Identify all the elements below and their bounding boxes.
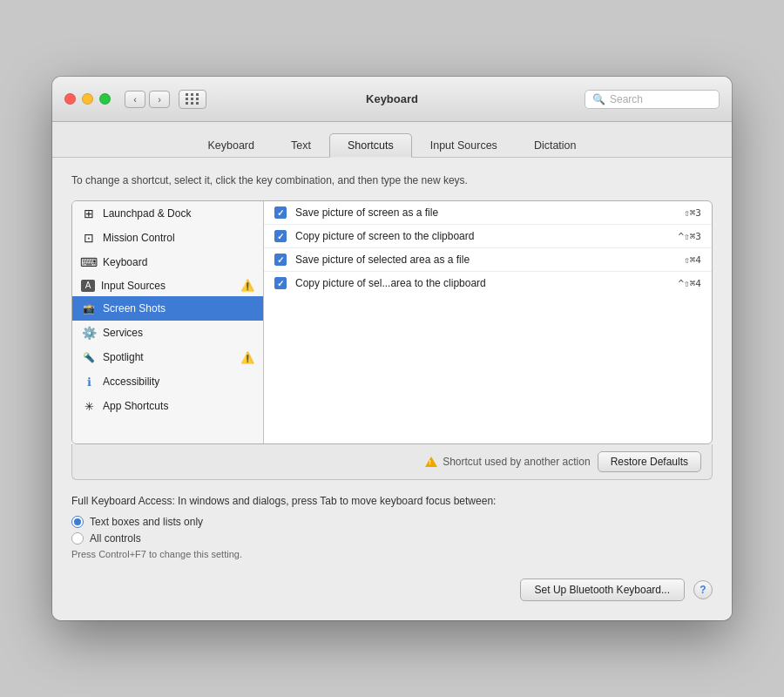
- instruction-text: To change a shortcut, select it, click t…: [71, 173, 713, 188]
- search-icon: 🔍: [592, 93, 605, 105]
- app-shortcuts-icon: ✳: [81, 398, 97, 414]
- grid-icon: [186, 93, 199, 105]
- restore-defaults-button[interactable]: Restore Defaults: [598, 451, 701, 472]
- shortcut-checkbox-2[interactable]: [274, 254, 287, 266]
- radio-all-controls[interactable]: All controls: [71, 532, 713, 545]
- shortcut-label-1: Copy picture of screen to the clipboard: [295, 230, 670, 242]
- sidebar-item-spotlight[interactable]: 🔦 Spotlight ⚠️: [72, 345, 263, 369]
- sidebar-item-label: App Shortcuts: [103, 400, 168, 412]
- traffic-lights: [64, 93, 111, 105]
- tabbar: Keyboard Text Shortcuts Input Sources Di…: [52, 122, 732, 158]
- shortcut-checkbox-1[interactable]: [274, 230, 287, 242]
- shortcut-row-3[interactable]: Copy picture of sel...area to the clipbo…: [264, 272, 712, 294]
- tab-dictation[interactable]: Dictation: [516, 133, 595, 158]
- radio-text-boxes[interactable]: Text boxes and lists only: [71, 516, 713, 528]
- main-panel: ⊞ Launchpad & Dock ⊡ Mission Control ⌨ K…: [71, 200, 713, 444]
- radio-text-boxes-circle[interactable]: [71, 516, 84, 528]
- sidebar-item-launchpad[interactable]: ⊞ Launchpad & Dock: [72, 201, 263, 226]
- shortcut-checkbox-0[interactable]: [274, 206, 287, 219]
- search-input[interactable]: Search: [610, 93, 712, 105]
- sidebar-item-mission-control[interactable]: ⊡ Mission Control: [72, 226, 263, 250]
- fka-section: Full Keyboard Access: In windows and dia…: [71, 494, 713, 559]
- sidebar-item-services[interactable]: ⚙️ Services: [72, 321, 263, 345]
- help-button[interactable]: ?: [693, 580, 713, 599]
- radio-all-controls-label: All controls: [90, 532, 141, 545]
- radio-text-boxes-label: Text boxes and lists only: [90, 516, 203, 528]
- shortcut-label-0: Save picture of screen as a file: [295, 206, 675, 219]
- shortcut-keys-0: ⇧⌘3: [684, 207, 701, 219]
- launchpad-icon: ⊞: [81, 206, 97, 221]
- shortcut-keys-2: ⇧⌘4: [684, 254, 701, 266]
- sidebar-item-label: Input Sources: [101, 280, 166, 292]
- fka-title: Full Keyboard Access: In windows and dia…: [71, 494, 713, 509]
- shortcut-checkbox-3[interactable]: [274, 277, 287, 289]
- titlebar: ‹ › Keyboard 🔍 Search: [52, 77, 732, 122]
- app-grid-button[interactable]: [179, 90, 206, 109]
- services-icon: ⚙️: [81, 325, 97, 341]
- sidebar-item-label: Keyboard: [103, 256, 147, 268]
- sidebar-item-input-sources[interactable]: A Input Sources ⚠️: [72, 274, 263, 296]
- sidebar-item-label: Launchpad & Dock: [103, 207, 191, 220]
- keyboard-preferences-window: ‹ › Keyboard 🔍 Search Keyboard Text Shor…: [52, 77, 732, 620]
- window-title: Keyboard: [366, 92, 418, 105]
- chevron-left-icon: ‹: [133, 94, 137, 105]
- input-sources-icon: A: [81, 280, 95, 292]
- chevron-right-icon: ›: [158, 94, 161, 105]
- sidebar-item-label: Spotlight: [103, 351, 144, 363]
- warning-triangle-icon: [425, 457, 437, 467]
- tab-input-sources[interactable]: Input Sources: [412, 133, 516, 158]
- close-button[interactable]: [64, 93, 76, 105]
- shortcut-label-3: Copy picture of sel...area to the clipbo…: [295, 277, 670, 289]
- shortcut-label-2: Save picture of selected area as a file: [295, 254, 675, 266]
- fka-hint: Press Control+F7 to change this setting.: [71, 549, 713, 559]
- sidebar-item-accessibility[interactable]: ℹ Accessibility: [72, 369, 263, 394]
- tab-shortcuts[interactable]: Shortcuts: [329, 133, 412, 158]
- warning-bar: Shortcut used by another action Restore …: [71, 444, 713, 480]
- nav-buttons: ‹ ›: [125, 91, 170, 108]
- bluetooth-keyboard-button[interactable]: Set Up Bluetooth Keyboard...: [520, 579, 685, 601]
- maximize-button[interactable]: [99, 93, 111, 105]
- sidebar-list: ⊞ Launchpad & Dock ⊡ Mission Control ⌨ K…: [72, 201, 264, 443]
- radio-all-controls-circle[interactable]: [71, 532, 84, 545]
- search-box[interactable]: 🔍 Search: [585, 90, 720, 109]
- sidebar-item-label: Accessibility: [103, 376, 159, 388]
- back-button[interactable]: ‹: [125, 91, 145, 108]
- sidebar-item-screen-shots[interactable]: 📸 Screen Shots: [72, 296, 263, 321]
- sidebar-item-app-shortcuts[interactable]: ✳ App Shortcuts: [72, 394, 263, 418]
- shortcuts-panel: Save picture of screen as a file ⇧⌘3 Cop…: [264, 201, 712, 443]
- shortcut-row-0[interactable]: Save picture of screen as a file ⇧⌘3: [264, 201, 712, 225]
- sidebar-item-label: Services: [103, 327, 143, 339]
- tab-text[interactable]: Text: [273, 133, 329, 158]
- sidebar-item-label: Mission Control: [103, 232, 175, 244]
- sidebar-item-label: Screen Shots: [103, 302, 166, 315]
- sidebar-item-keyboard[interactable]: ⌨ Keyboard: [72, 250, 263, 274]
- shortcut-row-1[interactable]: Copy picture of screen to the clipboard …: [264, 225, 712, 248]
- forward-button[interactable]: ›: [149, 91, 170, 108]
- spotlight-icon: 🔦: [81, 349, 97, 365]
- minimize-button[interactable]: [82, 93, 93, 105]
- warning-icon: ⚠️: [240, 279, 254, 292]
- shortcut-row-2[interactable]: Save picture of selected area as a file …: [264, 248, 712, 272]
- mission-control-icon: ⊡: [81, 230, 97, 246]
- bottom-bar: Set Up Bluetooth Keyboard... ?: [71, 570, 713, 605]
- warning-icon-spotlight: ⚠️: [240, 351, 254, 364]
- keyboard-icon: ⌨: [81, 254, 97, 270]
- screen-shots-icon: 📸: [81, 301, 97, 316]
- warning-message: Shortcut used by another action: [443, 456, 590, 468]
- accessibility-icon: ℹ: [81, 374, 97, 389]
- content-area: To change a shortcut, select it, click t…: [52, 158, 732, 620]
- warning-text-area: Shortcut used by another action: [83, 456, 591, 468]
- tab-keyboard[interactable]: Keyboard: [189, 133, 273, 158]
- shortcut-keys-3: ^⇧⌘4: [679, 278, 702, 289]
- shortcut-keys-1: ^⇧⌘3: [679, 231, 702, 242]
